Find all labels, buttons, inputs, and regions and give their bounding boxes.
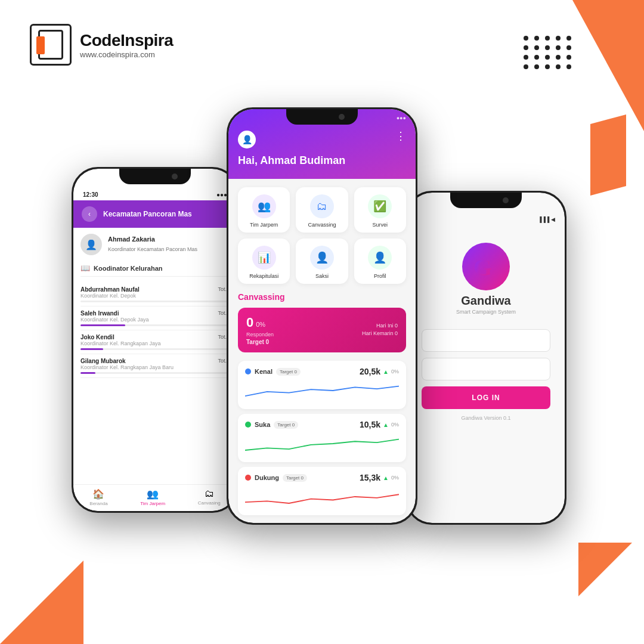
login-button[interactable]: LOG IN xyxy=(422,386,550,409)
kenal-value-group: 20,5k ▲ 0% xyxy=(360,367,399,376)
right-status-bar: ▐▐▐ ◀ xyxy=(407,210,565,225)
tim-jarpem-menu-icon: 👥 xyxy=(252,194,276,218)
kenal-dot xyxy=(245,369,251,374)
list-item[interactable]: Tot... Saleh Irwandi Koordinator Kel. De… xyxy=(80,306,230,330)
stats-card: 0 0% Responden Target 0 Hari Ini 0 Hari … xyxy=(238,308,406,352)
greeting-text: Hai, Ahmad Budiman xyxy=(238,154,406,167)
nav-beranda[interactable]: 🏠 Beranda xyxy=(89,488,107,506)
hari-ini: Hari Ini 0 xyxy=(362,323,398,329)
list-item[interactable]: Tot... Joko Kendil Koordinator Kel. Rang… xyxy=(80,330,230,354)
gandiwa-tagline: Smart Campaign System xyxy=(456,309,516,315)
book-icon: 📖 xyxy=(80,264,90,273)
stats-number: 0 xyxy=(246,315,253,330)
menu-grid: 👥 Tim Jarpem 🗂 Canvassing ✅ Survei 📊 Rek… xyxy=(228,179,416,292)
menu-saksi[interactable]: 👤 Saksi xyxy=(296,239,348,284)
nav-tim-jarpem-label: Tim Jarpem xyxy=(140,501,165,506)
login-content: G Gandiwa Smart Campaign System LOG IN G… xyxy=(407,225,565,439)
list-item[interactable]: Tot... Abdurrahman Naufal Koordinator Ke… xyxy=(80,283,230,306)
menu-survei[interactable]: ✅ Survei xyxy=(354,187,406,233)
menu-canvassing[interactable]: 🗂 Canvassing xyxy=(296,187,348,233)
tim-jarpem-icon: 👥 xyxy=(147,488,159,500)
left-status-bar: 12:30 ●●● xyxy=(73,187,237,200)
item-name-0: Abdurrahman Naufal xyxy=(80,286,230,293)
dot-grid xyxy=(524,36,572,69)
suka-arrow-icon: ▲ xyxy=(383,422,389,428)
suka-pct: 0% xyxy=(391,422,399,428)
coordinator-avatar: 👤 xyxy=(80,234,102,255)
logo-box xyxy=(30,24,72,66)
dukung-pct: 0% xyxy=(391,475,399,481)
nav-canvasing-label: Canvasing xyxy=(198,500,221,506)
menu-rekapitulasi[interactable]: 📊 Rekapitulasi xyxy=(238,239,290,284)
left-content: 👤 Ahmad Zakaria Koordinator Kecamatan Pa… xyxy=(73,228,237,384)
menu-tim-jarpem[interactable]: 👥 Tim Jarpem xyxy=(238,187,290,233)
nav-tim-jarpem[interactable]: 👥 Tim Jarpem xyxy=(140,488,165,506)
gandiwa-name: Gandiwa xyxy=(461,294,510,308)
canvassing-section: Canvassing 0 0% Responden Target 0 Hari … xyxy=(228,292,416,523)
suka-value-group: 10,5k ▲ 0% xyxy=(360,420,399,429)
phone-right-screen: ▐▐▐ ◀ G xyxy=(407,193,565,523)
coordinator-role: Koordinator Kecamatan Pacoran Mas xyxy=(108,246,197,252)
chart-kenal-labels: Kenal Target 0 xyxy=(245,368,301,376)
item-sub-2: Koordinator Kel. Rangkapan Jaya xyxy=(80,340,230,346)
menu-profil[interactable]: 👤 Profil xyxy=(354,239,406,284)
coordinator-card: 👤 Ahmad Zakaria Koordinator Kecamatan Pa… xyxy=(80,234,230,255)
more-options-icon[interactable]: ⋮ xyxy=(395,131,406,141)
phone-center-screen: ●●● 👤 ⋮ Hai, Ahmad Budiman 👥 Tim Jarpem … xyxy=(228,109,416,523)
profil-menu-icon: 👤 xyxy=(368,246,392,270)
nav-canvasing[interactable]: 🗂 Canvasing xyxy=(198,488,221,506)
menu-saksi-label: Saksi xyxy=(315,273,329,279)
chart-kenal: Kenal Target 0 20,5k ▲ 0% xyxy=(238,361,406,409)
suka-chart-svg xyxy=(245,433,399,454)
back-button[interactable]: ‹ xyxy=(82,206,97,222)
suka-value: 10,5k xyxy=(360,420,380,429)
suka-dot xyxy=(245,422,251,428)
gandiwa-logo: G xyxy=(462,243,510,290)
dukung-badge: Target 0 xyxy=(283,474,307,482)
logo-orange-bar xyxy=(36,36,45,54)
chart-kenal-header: Kenal Target 0 20,5k ▲ 0% xyxy=(245,367,399,376)
user-avatar: 👤 xyxy=(238,131,256,148)
kenal-value: 20,5k xyxy=(360,367,380,376)
logo-inner xyxy=(38,30,63,60)
signal-icon: ●●● xyxy=(397,115,406,121)
chart-suka-labels: Suka Target 0 xyxy=(245,421,298,429)
menu-survei-label: Survei xyxy=(373,222,388,228)
menu-profil-label: Profil xyxy=(374,273,386,279)
login-label: LOG IN xyxy=(472,394,500,402)
kenal-name: Kenal xyxy=(255,368,273,375)
deco-triangle-bottom-left xyxy=(0,561,83,644)
canvassing-title: Canvassing xyxy=(238,292,406,302)
center-top-row: 👤 ⋮ xyxy=(238,131,406,148)
version-text: Gandiwa Version 0.1 xyxy=(461,415,510,421)
deco-block-mid-right xyxy=(590,114,626,196)
stats-label: Responden xyxy=(246,332,274,338)
phone-right-camera xyxy=(503,197,509,203)
item-name-1: Saleh Irwandi xyxy=(80,310,230,317)
list-item[interactable]: Tot... Gilang Mubarok Koordinator Kel. R… xyxy=(80,354,230,378)
home-icon: 🏠 xyxy=(92,488,104,500)
phone-center-camera xyxy=(339,114,345,120)
phone-right-notch xyxy=(450,193,522,208)
left-header: ‹ Kecamatan Pancoran Mas xyxy=(73,200,237,228)
item-name-2: Joko Kendil xyxy=(80,334,230,340)
phone-right: ▐▐▐ ◀ G xyxy=(405,191,566,525)
item-sub-0: Koordinator Kel. Depok xyxy=(80,293,230,299)
password-input[interactable] xyxy=(422,358,550,380)
stats-right: Hari Ini 0 Hari Kemarin 0 xyxy=(362,323,398,338)
menu-canvassing-label: Canvassing xyxy=(308,222,336,228)
username-input[interactable] xyxy=(422,329,550,352)
nav-beranda-label: Beranda xyxy=(89,501,107,506)
stats-left: 0 0% Responden Target 0 xyxy=(246,315,274,345)
phone-left-notch xyxy=(119,169,191,184)
kenal-chart-svg xyxy=(245,380,399,401)
suka-name: Suka xyxy=(255,421,270,428)
hari-kemarin: Hari Kemarin 0 xyxy=(362,330,398,336)
chart-dukung: Dukung Target 0 15,3k ▲ 0% xyxy=(238,467,406,515)
dukung-name: Dukung xyxy=(255,474,279,481)
section-header: 📖 Koodinator Kelurahan xyxy=(80,264,230,277)
chart-dukung-labels: Dukung Target 0 xyxy=(245,474,307,482)
dukung-chart-svg xyxy=(245,486,399,507)
suka-badge: Target 0 xyxy=(274,421,298,429)
chart-dukung-header: Dukung Target 0 15,3k ▲ 0% xyxy=(245,473,399,482)
